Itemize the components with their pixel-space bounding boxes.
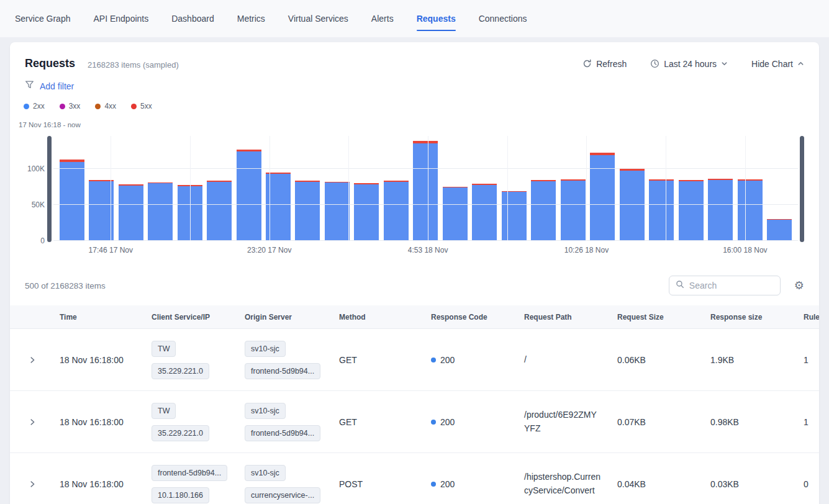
chart-bar[interactable]	[531, 180, 556, 241]
tag[interactable]: sv10-sjc	[245, 341, 286, 357]
nav-tab-connections[interactable]: Connections	[479, 14, 527, 24]
chart-bar[interactable]	[354, 183, 379, 241]
column-header-response-code[interactable]: Response Code	[421, 313, 514, 322]
column-header-response-size[interactable]: Response size	[700, 313, 794, 322]
legend-item-2xx[interactable]: 2xx	[24, 102, 45, 110]
tag[interactable]: 35.229.221.0	[152, 425, 209, 441]
gear-icon[interactable]: ⚙	[794, 280, 804, 291]
chart-bar[interactable]	[295, 181, 320, 241]
chart-bar[interactable]	[767, 219, 792, 241]
chart-bar[interactable]	[148, 182, 173, 241]
tag[interactable]: frontend-5d9b94...	[245, 363, 320, 379]
cell-time: 18 Nov 16:18:00	[50, 355, 142, 365]
nav-tab-virtual-services[interactable]: Virtual Services	[288, 14, 348, 24]
row-expander-chevron-icon[interactable]	[10, 356, 50, 364]
nav-tab-metrics[interactable]: Metrics	[237, 14, 265, 24]
bar-segment-2xx	[561, 181, 586, 241]
column-header-time[interactable]: Time	[50, 313, 142, 322]
column-header-client-service-ip[interactable]: Client Service/IP	[142, 313, 235, 322]
nav-tab-requests[interactable]: Requests	[417, 14, 456, 24]
x-tick-label: 23:20 17 Nov	[247, 246, 291, 254]
chart-brush-handle-left[interactable]	[47, 136, 52, 242]
table-header-row: TimeClient Service/IPOrigin ServerMethod…	[10, 305, 819, 329]
chart-bar[interactable]	[237, 150, 261, 241]
chart-bar[interactable]	[590, 153, 615, 241]
bar-segment-2xx	[413, 143, 438, 241]
cell-response-code: 200	[421, 479, 514, 489]
chart-plot	[53, 136, 798, 241]
column-header-origin-server[interactable]: Origin Server	[235, 313, 329, 322]
legend-label: 5xx	[140, 102, 152, 110]
column-header-request-size[interactable]: Request Size	[607, 313, 700, 322]
tag[interactable]: TW	[152, 403, 176, 419]
gridline-vertical	[270, 136, 270, 241]
chart-bar[interactable]	[502, 191, 527, 241]
tag[interactable]: currencyservice-...	[245, 487, 320, 503]
chart-bar[interactable]	[472, 184, 497, 241]
cell-origin-server: sv10-sjccurrencyservice-...	[235, 465, 329, 503]
gridline-vertical	[586, 136, 587, 241]
row-expander-chevron-icon[interactable]	[10, 418, 50, 426]
nav-tab-api-endpoints[interactable]: API Endpoints	[93, 14, 148, 24]
time-range-dropdown[interactable]: Last 24 hours	[650, 59, 728, 69]
chart-bar[interactable]	[207, 181, 232, 241]
column-header-method[interactable]: Method	[329, 313, 421, 322]
gridline-vertical	[507, 136, 508, 241]
tag[interactable]: sv10-sjc	[245, 465, 286, 481]
refresh-button[interactable]: Refresh	[582, 59, 627, 69]
panel-header: Requests 2168283 items (sampled) Refresh	[10, 42, 819, 70]
table-row[interactable]: 18 Nov 16:18:00 TW35.229.221.0 sv10-sjcf…	[10, 391, 819, 453]
nav-tab-alerts[interactable]: Alerts	[371, 14, 394, 24]
chart-bar[interactable]	[413, 141, 438, 241]
bar-segment-2xx	[443, 187, 468, 241]
chart-bar[interactable]	[738, 179, 763, 241]
chart-bar[interactable]	[561, 179, 586, 241]
chart-bar[interactable]	[649, 179, 674, 241]
tag[interactable]: TW	[152, 341, 176, 357]
gridline-horizontal	[53, 168, 798, 169]
tag[interactable]: 35.229.221.0	[152, 363, 209, 379]
chevron-down-icon	[721, 60, 728, 67]
tag[interactable]: frontend-5d9b94...	[245, 425, 320, 441]
chart-bar[interactable]	[708, 179, 733, 241]
cell-response-code: 200	[421, 355, 514, 365]
chart-bar[interactable]	[89, 180, 114, 241]
x-tick-label: 16:00 18 Nov	[723, 246, 767, 254]
chart-bar[interactable]	[60, 160, 84, 241]
chart-bar[interactable]	[679, 180, 704, 241]
nav-tab-service-graph[interactable]: Service Graph	[15, 14, 70, 24]
legend-item-3xx[interactable]: 3xx	[60, 102, 81, 110]
nav-tab-dashboard[interactable]: Dashboard	[171, 14, 214, 24]
cell-rules-hit: 1	[794, 355, 819, 365]
gridline-vertical	[745, 136, 746, 241]
table-row[interactable]: 18 Nov 16:18:00 TW35.229.221.0 sv10-sjcf…	[10, 329, 819, 391]
chart-brush-handle-right[interactable]	[800, 136, 804, 242]
bar-segment-2xx	[531, 181, 556, 241]
bar-segment-2xx	[708, 180, 733, 241]
row-expander-chevron-icon[interactable]	[10, 480, 50, 488]
cell-time: 18 Nov 16:18:00	[50, 417, 142, 427]
chart-bar[interactable]	[443, 187, 468, 241]
tag[interactable]: 10.1.180.166	[152, 487, 209, 503]
chart-bar[interactable]	[325, 182, 350, 241]
refresh-label: Refresh	[596, 59, 627, 69]
column-header-rules-hit[interactable]: Rules Hit	[794, 313, 819, 322]
table-row[interactable]: 18 Nov 16:18:00 frontend-5d9b94...10.1.1…	[10, 453, 819, 504]
tag[interactable]: frontend-5d9b94...	[152, 465, 227, 481]
search-input[interactable]	[689, 281, 774, 290]
column-header-request-path[interactable]: Request Path	[514, 313, 607, 322]
hide-chart-toggle[interactable]: Hide Chart	[751, 59, 804, 69]
cell-request-path: /hipstershop.CurrencyService/Convert	[514, 470, 607, 497]
chart-bar[interactable]	[384, 181, 409, 241]
cell-client-service-ip: TW35.229.221.0	[142, 341, 235, 379]
legend-item-5xx[interactable]: 5xx	[131, 102, 152, 110]
add-filter-button[interactable]: Add filter	[40, 81, 74, 91]
table-summary: 500 of 2168283 items	[25, 281, 106, 290]
gridline-vertical	[111, 136, 111, 241]
cell-response-size: 0.03KB	[700, 479, 794, 489]
chart-bar[interactable]	[119, 184, 143, 241]
gridline-horizontal	[53, 204, 798, 205]
tag[interactable]: sv10-sjc	[245, 403, 286, 419]
chart-bar[interactable]	[620, 169, 645, 241]
legend-item-4xx[interactable]: 4xx	[95, 102, 116, 110]
